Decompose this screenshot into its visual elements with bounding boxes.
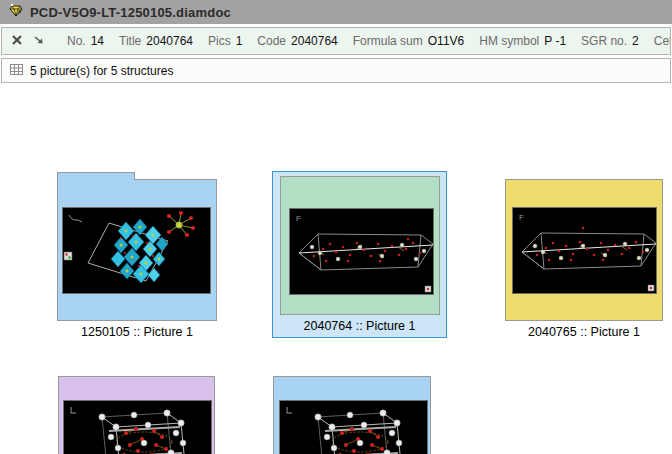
field-value-pics: 1	[236, 34, 243, 48]
field-label-sgr-no: SGR no.	[581, 34, 627, 48]
record-toolbar: No.14 Title2040764 Pics1 Code2040764 For…	[1, 27, 671, 55]
thumbnail-label: 2040765 :: Picture 1	[505, 325, 663, 339]
arrow-down-right-icon[interactable]	[33, 32, 45, 50]
picture-marker-icon	[648, 285, 654, 291]
field-value-no: 14	[91, 34, 104, 48]
structure-picture-elongated-cell[interactable]: F	[512, 207, 657, 294]
gallery-area: 1250105 :: Picture 1 F	[0, 84, 672, 454]
record-fields: No.14 Title2040764 Pics1 Code2040764 For…	[55, 34, 671, 48]
picture-count-bar: 5 picture(s) for 5 structures	[1, 58, 671, 83]
picture-marker-icon	[425, 286, 431, 292]
field-label-formula-sum: Formula sum	[353, 34, 423, 48]
selected-card: F	[280, 176, 440, 315]
window-title: PCD-V5O9-LT-1250105.diamdoc	[30, 5, 231, 20]
close-x-icon[interactable]	[11, 32, 23, 50]
thumbnail-label: 1250105 :: Picture 1	[57, 325, 217, 339]
table-grid-icon	[10, 64, 23, 78]
axes-indicator-icon: F	[296, 214, 301, 223]
field-value-sgr-no: 2	[632, 34, 639, 48]
structure-picture-polyhedra[interactable]	[62, 207, 211, 294]
field-value-formula-sum: O11V6	[428, 34, 464, 48]
field-label-hm-symbol: HM symbol	[479, 34, 539, 48]
picture-marker-icon	[64, 252, 72, 260]
structure-picture-cubic-cell[interactable]	[279, 400, 428, 454]
thumbnail-card-2040764[interactable]: F	[272, 171, 447, 338]
field-label-cell-parameters: Cell parameters	[654, 34, 671, 48]
structure-picture-cubic-cell[interactable]	[63, 400, 212, 454]
diamond-document-icon	[8, 2, 24, 22]
field-value-hm-symbol: P -1	[544, 34, 566, 48]
field-label-code: Code	[257, 34, 286, 48]
field-label-pics: Pics	[208, 34, 231, 48]
window-title-bar[interactable]: PCD-V5O9-LT-1250105.diamdoc	[0, 0, 672, 24]
thumbnail-label: 2040764 :: Picture 1	[273, 319, 446, 333]
field-label-no: No.	[67, 34, 86, 48]
structure-picture-elongated-cell[interactable]: F	[289, 208, 434, 295]
field-value-title: 2040764	[146, 34, 193, 48]
field-value-code: 2040764	[291, 34, 338, 48]
picture-count-text: 5 picture(s) for 5 structures	[30, 64, 173, 78]
field-label-title: Title	[119, 34, 141, 48]
axes-indicator-icon: F	[519, 213, 524, 222]
